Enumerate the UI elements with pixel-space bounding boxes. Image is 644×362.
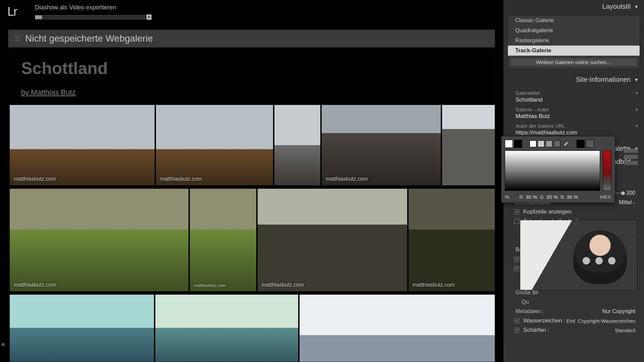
web-gallery-preview: Schottland by Matthias Butz matthiasbutz… xyxy=(8,49,495,362)
panel-resize-handle[interactable] xyxy=(1,341,5,349)
watermark-text: matthiasbutz.com xyxy=(160,176,202,182)
gallery-byline-link[interactable]: by Matthias Butz xyxy=(21,88,76,97)
layout-item-classic[interactable]: Classic-Galerie xyxy=(508,15,640,25)
watermark-value[interactable]: Einf. Copyright-Wasserzeichen xyxy=(567,318,635,324)
palette-preset-bars[interactable] xyxy=(624,149,638,165)
gallery-thumb[interactable]: matthiasbutz.com xyxy=(156,105,273,185)
gallery-thumb[interactable]: matthiasbutz.com xyxy=(10,189,189,291)
hex-label[interactable]: HEX xyxy=(600,194,611,200)
export-label: Diashow als Video exportieren xyxy=(35,4,152,11)
description-checkbox[interactable] xyxy=(514,266,519,271)
preview-header-title: Nicht gespeicherte Webgalerie xyxy=(25,33,153,44)
title-checkbox[interactable] xyxy=(514,257,519,262)
b-label: B xyxy=(560,194,564,200)
watermark-label: Wasserzeichen : xyxy=(523,317,565,324)
layout-style-list: Classic-Galerie Quadratgalerie Rastergal… xyxy=(507,15,640,69)
g-label: G xyxy=(540,194,544,200)
find-more-galleries-button[interactable]: Weitere Galerien online suchen… xyxy=(510,58,638,67)
gallery-thumb[interactable] xyxy=(300,295,495,362)
show-header-label: Kopfzeile anzeigen xyxy=(523,208,572,215)
field-label: Autor der Galerie URL xyxy=(516,123,565,129)
panel-title: Layoutstil xyxy=(602,3,631,10)
watermark-text: matthiasbutz.com xyxy=(14,176,56,182)
dropdown-icon[interactable]: ▼ xyxy=(635,124,639,128)
line-spacing-value[interactable]: Mittel ▸ xyxy=(619,199,635,205)
collapse-icon: ▼ xyxy=(634,4,639,9)
panel-title: Site-Informationen xyxy=(576,76,631,83)
gallery-title: Schottland xyxy=(21,59,495,78)
swatch-preset[interactable] xyxy=(546,140,552,147)
watermark-text: matthiasbutz.com xyxy=(262,282,304,288)
collapse-icon: ▼ xyxy=(634,77,639,82)
watermark-text: matthiasbutz.com xyxy=(194,283,225,288)
show-header-checkbox[interactable] xyxy=(514,209,519,215)
quality-label: Qu xyxy=(516,299,529,305)
gallery-thumb[interactable]: matthiasbutz.com xyxy=(190,189,256,291)
watermark-checkbox[interactable] xyxy=(514,318,519,323)
color-picker-popover: % R 35 % G 35 % B 35 % HEX xyxy=(501,136,615,203)
gallery-thumb[interactable] xyxy=(155,295,298,362)
swatch-preset[interactable] xyxy=(554,140,560,147)
watermark-text: matthiasbutz.com xyxy=(14,282,56,288)
sharpen-value[interactable]: Standard xyxy=(615,327,635,333)
watermark-text: matthiasbutz.com xyxy=(326,176,368,182)
b-value[interactable]: 35 % xyxy=(567,194,578,200)
gallery-thumb[interactable]: matthiasbutz.com xyxy=(10,105,155,185)
watermark-text: matthiasbutz.com xyxy=(413,282,454,288)
gallery-author-url-input[interactable]: https://matthiasbutz.com xyxy=(516,129,639,136)
layout-item-square[interactable]: Quadratgalerie xyxy=(508,25,640,36)
row-width-value: 200 xyxy=(626,190,635,196)
swatch-preset[interactable] xyxy=(530,140,536,147)
eyedropper-icon[interactable] xyxy=(562,140,569,147)
preview-header-bar: Nicht gespeicherte Webgalerie xyxy=(8,29,495,48)
r-value[interactable]: 35 % xyxy=(526,194,537,200)
gallery-author-input[interactable]: Matthias Butz xyxy=(516,113,639,120)
gallery-title-input[interactable]: Schottland xyxy=(516,97,639,103)
g-value[interactable]: 35 % xyxy=(546,194,558,200)
swatch-previous[interactable] xyxy=(586,140,594,148)
gallery-thumb[interactable]: matthiasbutz.com xyxy=(409,189,495,291)
percent-label: % xyxy=(505,194,509,200)
export-cancel-button[interactable]: ✕ xyxy=(146,14,152,20)
metadata-label: Metadaten : xyxy=(516,308,544,314)
gallery-thumb[interactable] xyxy=(274,105,320,185)
r-label: R xyxy=(519,194,523,200)
dropdown-icon[interactable]: ▼ xyxy=(635,91,639,95)
sharpen-checkbox[interactable] xyxy=(514,328,519,333)
gallery-thumb[interactable] xyxy=(442,105,495,185)
app-logo: Lr xyxy=(7,5,17,19)
floating-header-checkbox[interactable] xyxy=(514,219,519,224)
swatch-black[interactable] xyxy=(514,140,522,148)
dropdown-icon[interactable]: ▼ xyxy=(635,108,639,112)
gallery-thumb[interactable] xyxy=(10,295,154,362)
gallery-thumb[interactable]: matthiasbutz.com xyxy=(322,105,441,185)
drag-grip-icon[interactable] xyxy=(14,36,20,42)
export-progress-bar xyxy=(35,15,146,19)
layout-item-grid[interactable]: Rastergalerie xyxy=(508,36,640,46)
hue-slider[interactable] xyxy=(603,150,611,191)
metadata-value[interactable]: Nur Copyright xyxy=(602,308,635,314)
panel-header-siteinfo[interactable]: Site-Informationen▼ xyxy=(503,73,644,86)
layout-item-track[interactable]: Track-Galerie xyxy=(508,46,640,56)
export-progress-overlay: Diashow als Video exportieren ✕ xyxy=(35,4,152,20)
swatch-white[interactable] xyxy=(505,140,513,148)
gallery-thumb[interactable]: matthiasbutz.com xyxy=(258,189,407,291)
swatch-preset[interactable] xyxy=(538,140,544,147)
swatch-current[interactable] xyxy=(577,140,585,148)
webcam-overlay xyxy=(520,220,637,290)
large-images-label: Große Bil xyxy=(516,290,538,296)
panel-header-layout[interactable]: Layoutstil▼ xyxy=(503,0,644,13)
saturation-lightness-field[interactable] xyxy=(505,150,600,191)
sharpen-label: Schärfen : xyxy=(523,327,549,334)
field-label: Galerie – Autor xyxy=(516,107,549,112)
field-label: Galerietitel xyxy=(516,90,540,96)
